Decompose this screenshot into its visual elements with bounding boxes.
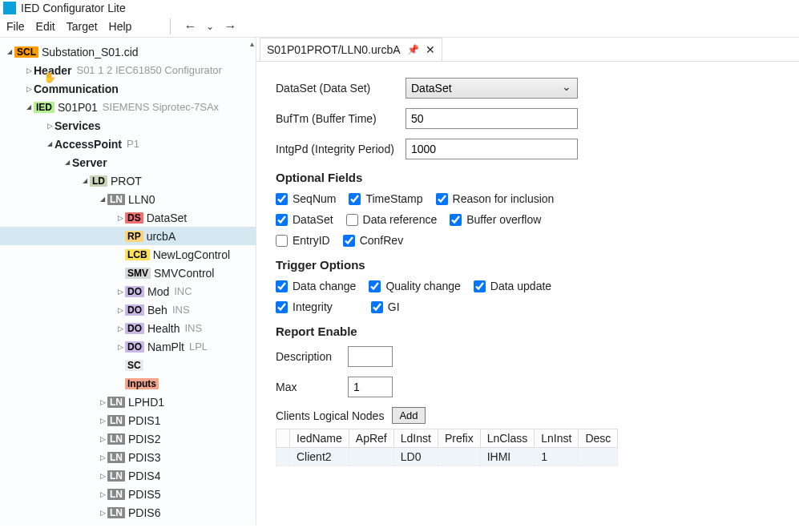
nav-back-icon[interactable]: ← — [184, 19, 196, 34]
tree-row-pdis5[interactable]: LN PDIS5 — [0, 485, 256, 503]
tree-row-ied[interactable]: IED S01P01 SIEMENS Siprotec-7SAx — [0, 98, 256, 116]
caret-icon[interactable] — [115, 214, 125, 222]
chk-seqnum[interactable] — [276, 193, 288, 205]
table-row[interactable]: Client2 LD0 IHMI 1 — [276, 448, 618, 466]
caret-icon[interactable] — [98, 509, 107, 517]
tree-row-dataset[interactable]: DS DataSet — [0, 208, 256, 227]
chk-dchg[interactable] — [276, 280, 288, 292]
tree-row-communication[interactable]: Communication — [0, 79, 256, 98]
tree-row-do-health[interactable]: DO Health INS — [0, 319, 256, 337]
chk-seqnum-label: SeqNum — [293, 192, 336, 205]
nav-dropdown-icon[interactable]: ⌄ — [206, 21, 214, 32]
tree-row-ld[interactable]: LD PROT — [0, 171, 256, 190]
tree-row-do-mod[interactable]: DO Mod INC — [0, 282, 256, 300]
scroll-up-icon[interactable]: ▴ — [250, 39, 254, 48]
th-prefix[interactable]: Prefix — [438, 429, 480, 448]
tag-rp: RP — [125, 231, 143, 242]
chk-dataset[interactable] — [276, 214, 288, 226]
caret-icon[interactable] — [98, 195, 107, 203]
th-ldinst[interactable]: LdInst — [393, 429, 438, 448]
tree-row-server[interactable]: Server — [0, 153, 256, 171]
chk-timestamp[interactable] — [349, 193, 361, 205]
pin-icon[interactable]: 📌 — [407, 44, 419, 55]
titlebar: IED Configurator Lite — [0, 0, 799, 16]
tree-row-lphd1[interactable]: LN LPHD1 — [0, 393, 256, 411]
tree-row-lln0[interactable]: LN LLN0 — [0, 190, 256, 208]
menu-file[interactable]: File — [6, 20, 25, 33]
menu-target[interactable]: Target — [67, 20, 98, 33]
intgpd-input[interactable] — [406, 139, 578, 159]
tree-sublabel: LPL — [189, 341, 208, 353]
tree-row-pdis1[interactable]: LN PDIS1 — [0, 411, 256, 429]
tag-do: DO — [125, 341, 144, 353]
tab-urcba[interactable]: S01P01PROT/LLN0.urcbA 📌 ✕ — [260, 38, 442, 61]
chk-entryid[interactable] — [276, 235, 288, 247]
tree-row-sc[interactable]: SC — [0, 356, 256, 374]
buftm-input[interactable] — [406, 108, 578, 129]
tree-row-services[interactable]: Services — [0, 116, 256, 135]
caret-icon[interactable] — [98, 417, 107, 425]
caret-icon[interactable] — [24, 85, 34, 93]
th-lninst[interactable]: LnInst — [535, 429, 579, 448]
caret-icon[interactable] — [115, 343, 125, 351]
max-input[interactable] — [348, 377, 393, 397]
tree-row-header[interactable]: Header S01 1 2 IEC61850 Configurator — [0, 61, 256, 79]
nav-forward-icon[interactable]: → — [224, 19, 236, 34]
caret-icon[interactable] — [98, 435, 107, 443]
tree-row-smv[interactable]: SMV SMVControl — [0, 264, 256, 282]
td-apref — [349, 448, 393, 466]
tree-row-pdis4[interactable]: LN PDIS4 — [0, 466, 256, 485]
caret-icon[interactable] — [98, 472, 107, 480]
desc-input[interactable] — [348, 346, 393, 367]
tree-row-scl[interactable]: SCL Substation_S01.cid — [0, 42, 256, 61]
caret-icon[interactable] — [115, 324, 125, 332]
caret-icon[interactable] — [98, 453, 107, 461]
caret-icon[interactable] — [45, 122, 54, 130]
chk-reason[interactable] — [436, 193, 448, 205]
th-apref[interactable]: ApRef — [349, 429, 393, 448]
chk-integrity[interactable] — [276, 301, 288, 313]
tag-sc: SC — [125, 360, 143, 371]
chk-qchg[interactable] — [369, 280, 381, 292]
chk-bufovfl[interactable] — [450, 214, 462, 226]
chk-confrev[interactable] — [343, 235, 355, 247]
caret-icon[interactable] — [115, 288, 125, 296]
caret-icon[interactable] — [5, 48, 14, 55]
chk-dataref[interactable] — [346, 214, 358, 226]
chk-reason-label: Reason for inclusion — [453, 192, 555, 205]
tree-row-pdis6[interactable]: LN PDIS6 — [0, 503, 256, 522]
tree-label: Substation_S01.cid — [42, 46, 139, 58]
add-button[interactable]: Add — [392, 407, 425, 424]
chk-dupd[interactable] — [474, 280, 486, 292]
tree-row-pdis2[interactable]: LN PDIS2 — [0, 429, 256, 448]
caret-icon[interactable] — [24, 103, 34, 111]
caret-icon[interactable] — [80, 177, 90, 184]
tree-row-pdis3[interactable]: LN PDIS3 — [0, 448, 256, 466]
tree-row-accesspoint[interactable]: AccessPoint P1 — [0, 135, 256, 153]
th-desc[interactable]: Desc — [579, 429, 618, 448]
th-lnclass[interactable]: LnClass — [480, 429, 535, 448]
tree-label: Communication — [34, 83, 119, 95]
caret-icon[interactable] — [98, 490, 107, 498]
th-iedname[interactable]: IedName — [290, 429, 349, 448]
chk-gi[interactable] — [371, 301, 383, 313]
tree-panel[interactable]: ▴ ✋ SCL Substation_S01.cid Header S01 1 … — [0, 38, 256, 525]
th-blank — [276, 429, 290, 448]
tree-row-lcb[interactable]: LCB NewLogControl — [0, 245, 256, 264]
caret-icon[interactable] — [115, 306, 125, 314]
caret-icon[interactable] — [45, 140, 54, 147]
close-icon[interactable]: ✕ — [426, 43, 435, 56]
caret-icon[interactable] — [24, 66, 34, 75]
tree-row-do-beh[interactable]: DO Beh INS — [0, 300, 256, 319]
tree-row-inputs[interactable]: Inputs — [0, 374, 256, 393]
menu-edit[interactable]: Edit — [36, 20, 55, 33]
menu-help[interactable]: Help — [109, 20, 132, 33]
caret-icon[interactable] — [63, 159, 72, 166]
caret-icon[interactable] — [98, 398, 107, 406]
content-panel: S01P01PROT/LLN0.urcbA 📌 ✕ DataSet (Data … — [256, 38, 799, 525]
tree-label: urcbA — [147, 230, 180, 243]
dataset-select[interactable]: DataSet — [406, 78, 578, 99]
chk-dataset-label: DataSet — [293, 213, 333, 226]
tree-row-do-namplt[interactable]: DO NamPlt LPL — [0, 337, 256, 356]
tree-row-urcba[interactable]: RP urcbA — [0, 227, 256, 245]
